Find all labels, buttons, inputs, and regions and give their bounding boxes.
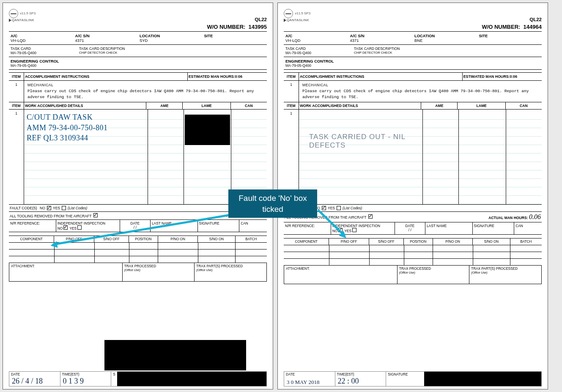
- loc-val: SYD: [140, 38, 201, 43]
- redacted-sig: [117, 372, 266, 386]
- w-ame: AME: [146, 102, 183, 109]
- work-acc-header: ITEM WORK ACCOMPLISHED DETAILS AME LAME …: [284, 102, 542, 110]
- fault-yes-checkbox[interactable]: [62, 206, 66, 210]
- actual-mh-value: 0.06: [529, 213, 541, 220]
- instructions-header: ITEM ACCOMPLISHMENT INSTRUCTIONS ESTIMAT…: [284, 72, 542, 81]
- annotation-callout: Fault code 'No' box ticked: [228, 189, 317, 218]
- instr-text-body: Please carry out CDS check of engine chi…: [27, 89, 254, 99]
- wacc-details: TASK CARRIED OUT - NIL DEFECTS: [299, 110, 423, 204]
- redacted-sig: [424, 372, 541, 386]
- nr-row: N/R REFERENCE: INDEPENDENT INSPECTION NO…: [284, 222, 542, 235]
- wo-label: W/O NUMBER:: [482, 24, 520, 30]
- wo-line: W/O NUMBER: 143995: [9, 24, 267, 32]
- tooling-checkbox[interactable]: [368, 214, 373, 219]
- task-card-sheet-right: v11.5 SP3 QANTASLINK QL22 W/O NUMBER: 14…: [277, 3, 548, 389]
- logo-icon: [9, 9, 18, 18]
- instructions-header: ITEM ACCOMPLISHMENT INSTRUCTIONS ESTIMAT…: [9, 72, 267, 81]
- wacc-lame-cell: [184, 110, 231, 204]
- footer-sig: S: [111, 372, 266, 386]
- redacted-block: [185, 115, 230, 145]
- fault-no-checkbox[interactable]: [47, 206, 51, 210]
- trax-proc: TRAX PROCESSED(Office Use): [123, 263, 195, 281]
- redacted-schedule-block: [104, 340, 246, 370]
- component-row: [9, 249, 267, 256]
- footer-date: DATE 3 0 MAY 2018: [284, 372, 335, 386]
- component-row: [9, 243, 267, 249]
- instructions-body: 1 MECHANICAL Please carry out CDS check …: [9, 81, 267, 102]
- nr-no-checkbox[interactable]: [63, 225, 68, 230]
- component-row: [9, 256, 267, 263]
- attach-label: ATTACHMENT:: [9, 263, 123, 281]
- taskcard-desc: CHIP DETECTOR CHECK: [79, 51, 265, 55]
- sn-label: A/C S/N: [75, 33, 137, 38]
- taskcard-val: MA-79-05-Q400: [11, 51, 76, 55]
- eng-control: ENGINEERING CONTROL MA-79-05-Q400: [284, 57, 542, 70]
- work-acc-body: 1 TASK CARRIED OUT - NIL DEFECTS: [284, 110, 542, 205]
- nr-insp: INDEPENDENT INSPECTION NO YES: [56, 220, 120, 232]
- wo-number: 143995: [249, 24, 267, 30]
- work-acc-header: ITEM WORK ACCOMPLISHED DETAILS AME LAME …: [9, 102, 267, 110]
- footer-date: DATE 26 / 4 / 18: [9, 372, 60, 386]
- hand-line-1: C/OUT DAW TASK: [27, 112, 145, 122]
- component-row: [284, 259, 542, 266]
- fault-yes-checkbox[interactable]: [337, 206, 341, 210]
- nr-sig: SIGNATURE: [198, 220, 240, 232]
- nr-yes-checkbox[interactable]: [77, 225, 82, 230]
- w-lame: LAME: [183, 102, 230, 109]
- wo-number: 144964: [524, 24, 542, 30]
- w-can: CAN: [231, 102, 267, 109]
- wacc-details: C/OUT DAW TASK AMM 79-34-00-750-801 REF …: [24, 110, 148, 204]
- task-card-row: TASK CARDMA-79-05-Q400 TASK CARD DESCRIP…: [9, 45, 267, 57]
- brand-text: QANTASLINK: [9, 18, 34, 22]
- fault-no: NO: [40, 206, 45, 210]
- logo-icon: [284, 9, 293, 18]
- hand-line-2: AMM 79-34-00-750-801: [27, 123, 145, 133]
- instructions-body: 1 MECHANICAL Please carry out CDS check …: [284, 81, 542, 102]
- trax-parts: TRAX PART(S) PROCESSED(Office Use): [195, 263, 266, 281]
- footer-box: DATE 26 / 4 / 18 TIME(EST) 0 1 3 9 S: [9, 371, 267, 387]
- component-row: [284, 252, 542, 259]
- handwriting: C/OUT DAW TASK AMM 79-34-00-750-801 REF …: [24, 110, 148, 145]
- aircraft-header: A/CVH-LQD A/C S/N4371 LOCATIONSYD SITE: [9, 32, 267, 45]
- sn-val: 4371: [75, 38, 137, 43]
- taskcard-label: TASK CARD: [11, 47, 76, 51]
- footer-time: TIME(EST) 22 : 00: [335, 372, 387, 386]
- version-text: v11.5 SP3: [295, 11, 310, 15]
- hand-line-3: REF QL3 3109344: [27, 133, 145, 143]
- component-row: [284, 245, 542, 252]
- wacc-ame-cell: [148, 110, 184, 204]
- loc-label: LOCATION: [140, 33, 201, 38]
- eng-control: ENGINEERING CONTROL MA-79-05-Q400: [9, 57, 267, 70]
- component-header: COMPONENT P/NO OFF S/NO OFF POSITION P/N…: [284, 238, 542, 245]
- fault-yes: YES: [53, 206, 60, 210]
- tooling-checkbox[interactable]: [93, 213, 98, 217]
- eng-val: MA-79-05-Q400: [11, 63, 265, 68]
- attachment-row: ATTACHMENT: TRAX PROCESSED(Office Use) T…: [284, 266, 542, 284]
- component-header: COMPONENT P/NO OFF S/NO OFF POSITION P/N…: [9, 236, 267, 243]
- instr-text: MECHANICAL Please carry out CDS check of…: [24, 81, 267, 102]
- fault-no-checkbox[interactable]: [322, 206, 326, 210]
- aircraft-header: A/CVH-LQD A/C S/N4371 LOCATIONBNE SITE: [284, 32, 542, 45]
- attachment-row: ATTACHMENT: TRAX PROCESSED(Office Use) T…: [9, 263, 267, 282]
- footer-time: TIME(EST) 0 1 3 9: [60, 372, 112, 386]
- brand-text: QANTASLINK: [284, 18, 309, 22]
- task-card-row: TASK CARDMA-79-05-Q400 TASK CARD DESCRIP…: [284, 45, 542, 57]
- footer-date-hand: 26 / 4 / 18: [12, 377, 43, 386]
- footer-box: DATE 3 0 MAY 2018 TIME(EST) 22 : 00 SIGN…: [284, 371, 542, 387]
- site-label: SITE: [204, 33, 266, 38]
- ac-label: A/C: [11, 33, 72, 38]
- fault-list: (List Codes): [68, 206, 87, 210]
- nr-ref: N/R REFERENCE:: [9, 220, 56, 232]
- version-text: v11.5 SP3: [20, 11, 36, 15]
- logo-block: v11.5 SP3 QANTASLINK: [9, 9, 36, 22]
- logo-block: v11.5 SP3 QANTASLINK: [284, 9, 310, 22]
- w-det: WORK ACCOMPLISHED DETAILS: [24, 102, 146, 109]
- col-item: ITEM: [9, 73, 24, 80]
- footer-sig: SIGNATURE: [386, 372, 541, 386]
- col-emh: ESTIMATED MAN HOURS:0:06: [188, 73, 267, 80]
- nr-yes-checkbox[interactable]: [352, 228, 356, 232]
- instr-item: 1: [9, 81, 24, 102]
- taskcard-desc-label: TASK CARD DESCRIPTION: [79, 47, 265, 51]
- footer-time-hand: 0 1 3 9: [63, 377, 84, 386]
- mech-label: MECHANICAL: [27, 82, 263, 88]
